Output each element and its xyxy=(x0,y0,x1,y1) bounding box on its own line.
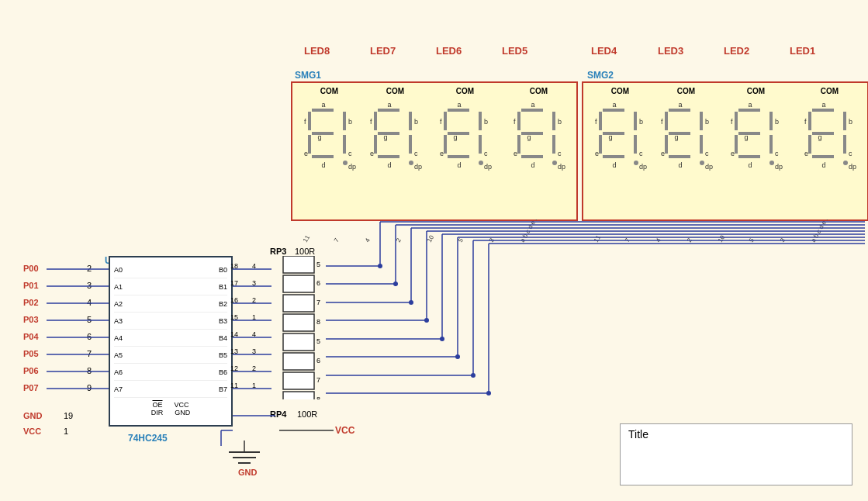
svg-text:16: 16 xyxy=(230,296,238,304)
rp4-value: 100R xyxy=(297,409,317,419)
svg-text:3: 3 xyxy=(488,237,496,244)
svg-text:dp: dp xyxy=(775,163,783,171)
com-led4: COM xyxy=(587,87,653,95)
svg-text:1: 1 xyxy=(252,313,256,321)
led6-label: LED6 xyxy=(436,45,462,57)
svg-text:17: 17 xyxy=(230,279,238,287)
svg-rect-85 xyxy=(700,112,703,130)
svg-text:d: d xyxy=(821,161,825,169)
pin-b2: B2 xyxy=(219,300,227,308)
ic-name-label: 74HC245 xyxy=(128,433,168,444)
svg-rect-167 xyxy=(283,372,314,389)
svg-rect-125 xyxy=(812,155,834,158)
svg-text:7: 7 xyxy=(316,376,320,384)
svg-rect-57 xyxy=(517,135,520,154)
pin-b0: B0 xyxy=(219,266,227,274)
svg-text:f: f xyxy=(595,118,597,126)
svg-text:f: f xyxy=(304,118,306,126)
svg-text:c: c xyxy=(484,150,488,157)
svg-text:dp: dp xyxy=(484,163,492,171)
svg-text:dp: dp xyxy=(849,163,856,171)
svg-rect-39 xyxy=(448,132,469,135)
svg-rect-105 xyxy=(735,135,738,154)
svg-text:a: a xyxy=(612,101,616,109)
svg-text:e: e xyxy=(440,150,444,157)
svg-rect-117 xyxy=(843,112,846,130)
svg-text:d: d xyxy=(748,161,752,169)
digit-led3: COM a f b g e c d dp xyxy=(653,87,719,215)
com-led6: COM xyxy=(432,87,498,95)
svg-text:a: a xyxy=(821,101,825,109)
svg-text:f: f xyxy=(440,118,442,126)
svg-rect-55 xyxy=(521,132,543,135)
power-vcc: VCC xyxy=(23,427,41,436)
led3-label: LED3 xyxy=(658,45,683,57)
svg-rect-35 xyxy=(444,112,447,130)
svg-rect-37 xyxy=(479,112,482,130)
port-p04: P04 xyxy=(23,332,39,341)
svg-rect-51 xyxy=(517,112,520,130)
gnd-symbol: GND xyxy=(221,441,268,483)
svg-text:10: 10 xyxy=(426,233,436,244)
smg2-label: SMG2 xyxy=(587,70,614,81)
port-p00-num: 2 xyxy=(87,264,92,273)
svg-rect-99 xyxy=(735,112,738,130)
svg-point-191 xyxy=(393,282,398,286)
svg-text:5: 5 xyxy=(316,337,320,345)
pin-a7: A7 xyxy=(114,385,123,393)
svg-text:8: 8 xyxy=(316,396,320,399)
led1-label: LED1 xyxy=(790,45,815,57)
svg-text:e: e xyxy=(661,150,665,157)
power-vcc-num: 1 xyxy=(64,427,68,436)
svg-rect-29 xyxy=(378,155,399,158)
port-p02: P02 xyxy=(23,298,39,307)
svg-text:b: b xyxy=(849,118,852,126)
com-led5: COM xyxy=(506,87,572,95)
pin-a4: A4 xyxy=(114,334,123,342)
svg-point-215 xyxy=(486,391,491,396)
svg-rect-81 xyxy=(669,109,690,112)
smg1-display-group: COM a f b g e c d dp COM xyxy=(291,81,578,221)
pin-b1: B1 xyxy=(219,283,227,291)
svg-rect-21 xyxy=(409,112,412,130)
com-led3: COM xyxy=(653,87,719,95)
port-p01-num: 3 xyxy=(87,281,92,290)
port-p06-num: 8 xyxy=(87,366,92,375)
com-led2: COM xyxy=(723,87,789,95)
svg-text:e: e xyxy=(731,150,735,157)
svg-rect-77 xyxy=(603,155,624,158)
svg-text:8: 8 xyxy=(316,318,320,326)
smg2-pin-labels: 11 7 4 2 10 5 3 a b c d e f g dp xyxy=(590,219,868,258)
svg-rect-163 xyxy=(283,295,314,312)
digit-led4: COM a f b g e c d dp xyxy=(587,87,653,215)
svg-rect-101 xyxy=(769,112,773,130)
svg-text:e: e xyxy=(514,150,517,157)
svg-rect-121 xyxy=(808,135,811,154)
svg-text:12: 12 xyxy=(230,365,238,372)
svg-rect-43 xyxy=(479,135,482,154)
svg-text:2: 2 xyxy=(252,365,256,372)
svg-text:4: 4 xyxy=(252,330,256,338)
ic-pins: A0 B0 A1 B1 A2 B2 A3 B3 A4 B4 A5 B5 xyxy=(114,261,227,421)
svg-rect-166 xyxy=(283,353,314,370)
led5-label: LED5 xyxy=(502,45,527,57)
svg-text:d: d xyxy=(612,161,616,169)
rp4-label: RP4 xyxy=(270,409,286,419)
svg-text:10: 10 xyxy=(717,233,727,244)
svg-text:b: b xyxy=(414,118,418,126)
svg-rect-19 xyxy=(374,112,377,130)
power-gnd: GND xyxy=(23,411,42,420)
pin-row-6: A6 B6 xyxy=(114,364,227,381)
port-p01: P01 xyxy=(23,281,39,290)
svg-rect-69 xyxy=(634,112,637,130)
svg-text:a: a xyxy=(748,101,752,109)
led2-label: LED2 xyxy=(724,45,749,57)
pin-a6: A6 xyxy=(114,368,123,376)
svg-text:2: 2 xyxy=(252,296,256,304)
svg-text:14: 14 xyxy=(230,330,238,338)
svg-rect-33 xyxy=(448,109,469,112)
com-led8: COM xyxy=(296,87,362,95)
svg-text:3: 3 xyxy=(252,347,256,355)
svg-rect-162 xyxy=(283,275,314,292)
svg-rect-89 xyxy=(665,135,668,154)
